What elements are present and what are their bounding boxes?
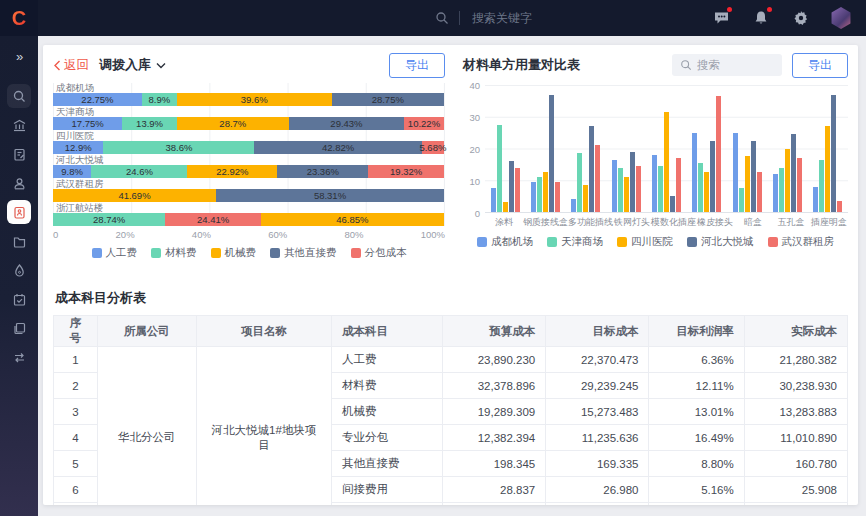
legend-swatch <box>151 248 161 258</box>
cell-budget: 198.345 <box>443 451 546 477</box>
stacked-chart-card: 返回 调拨入库 导出 成都机场22.75%8.9%39.6%28.75%天津商场… <box>53 53 445 277</box>
cell-subject: 其他直接费 <box>331 451 442 477</box>
legend-item[interactable]: 其他直接费 <box>270 246 337 260</box>
sidebar-collapse-button[interactable]: » <box>7 44 31 68</box>
x-category-label: 暗盒 <box>734 216 772 229</box>
settings-button[interactable] <box>790 7 812 29</box>
legend-item[interactable]: 人工费 <box>92 246 138 260</box>
chevron-down-icon <box>156 62 166 69</box>
sidebar-item-schedule[interactable] <box>7 287 31 311</box>
grouped-bar <box>785 149 790 213</box>
grouped-bar <box>531 182 536 212</box>
legend-item[interactable]: 分包成本 <box>351 246 407 260</box>
legend-label: 成都机场 <box>491 235 533 249</box>
sidebar-item-organization[interactable] <box>7 113 31 137</box>
x-category-label: 铁网灯头 <box>613 216 651 229</box>
export-button-left[interactable]: 导出 <box>389 53 445 78</box>
bar-group <box>687 85 727 212</box>
x-tick: 0 <box>53 229 58 240</box>
stacked-bar-row: 四川医院12.9%38.6%42.82%5.68% <box>53 131 444 154</box>
bar-segment: 22.92% <box>187 165 277 178</box>
grouped-bar <box>636 166 641 212</box>
sidebar-item-documents[interactable] <box>7 142 31 166</box>
right-card-header: 材料单方用量对比表 导出 <box>463 53 848 77</box>
grouped-bar <box>509 161 514 212</box>
water-drop-icon <box>12 263 27 278</box>
search-input[interactable] <box>472 11 582 25</box>
notification-dot <box>727 7 732 12</box>
main-area: 返回 调拨入库 导出 成都机场22.75%8.9%39.6%28.75%天津商场… <box>38 36 866 516</box>
x-category-label: 钢质接线盒 <box>523 216 568 229</box>
stacked-bar-rows: 成都机场22.75%8.9%39.6%28.75%天津商场17.75%13.9%… <box>53 83 445 226</box>
sidebar-item-search[interactable] <box>7 84 31 108</box>
export-button-right[interactable]: 导出 <box>792 53 848 78</box>
cell-subject: 材料费 <box>331 373 442 399</box>
cell-budget: 23,890.230 <box>443 347 546 373</box>
legend-swatch <box>92 248 102 258</box>
user-avatar[interactable] <box>830 7 852 29</box>
bar-segment: 10.22% <box>404 117 444 130</box>
grouped-bar <box>571 199 576 212</box>
stacked-bar: 22.75%8.9%39.6%28.75% <box>53 93 444 106</box>
legend-item[interactable]: 四川医院 <box>617 235 673 249</box>
bar-segment: 46.85% <box>261 213 444 226</box>
legend-item[interactable]: 机械费 <box>211 246 257 260</box>
grouped-bar <box>589 126 594 212</box>
bar-category-label: 河北大悦城 <box>53 155 444 165</box>
table-row: 1华北分公司河北大悦城1#地块项目人工费23,890.23022,370.473… <box>54 347 848 373</box>
column-header: 目标利润率 <box>649 316 744 347</box>
bar-category-label: 天津商场 <box>53 107 444 117</box>
cell-target: 29,239.245 <box>546 373 649 399</box>
stacked-bar-row: 浙江航站楼28.74%24.41%46.85% <box>53 203 444 226</box>
grouped-plot <box>485 85 848 213</box>
legend-item[interactable]: 河北大悦城 <box>687 235 754 249</box>
sidebar-item-copies[interactable] <box>7 316 31 340</box>
sidebar-item-users[interactable] <box>7 171 31 195</box>
sidebar-item-transfer[interactable] <box>7 345 31 369</box>
report-type-dropdown[interactable]: 调拨入库 <box>99 56 166 74</box>
legend-item[interactable]: 武汉群租房 <box>768 235 835 249</box>
x-tick: 60% <box>268 229 287 240</box>
legend-item[interactable]: 天津商场 <box>547 235 603 249</box>
sidebar-item-cost-active[interactable] <box>7 200 31 224</box>
bar-category-label: 武汉群租房 <box>53 179 444 189</box>
grouped-bar <box>751 141 756 212</box>
notifications-button[interactable] <box>750 7 772 29</box>
cell-seq: 2 <box>54 373 98 399</box>
legend-swatch <box>687 237 697 247</box>
grouped-chart: 010203040 涂料钢质接线盒多功能插线铁网灯头模数化插座橡皮接头暗盒五孔盒… <box>463 85 848 229</box>
legend-swatch <box>768 237 778 247</box>
cell-seq: 5 <box>54 451 98 477</box>
sidebar-item-files[interactable] <box>7 229 31 253</box>
legend-label: 人工费 <box>106 246 138 260</box>
cell-margin: 8.80% <box>649 451 744 477</box>
sidebar-item-materials[interactable] <box>7 258 31 282</box>
legend-label: 其他直接费 <box>284 246 337 260</box>
chart-search-input[interactable] <box>697 59 767 71</box>
chart-search-box[interactable] <box>672 54 782 76</box>
legend-item[interactable]: 材料费 <box>151 246 197 260</box>
app-logo[interactable]: C <box>0 0 38 36</box>
grouped-bar <box>503 202 508 212</box>
cell-target: 11,235.636 <box>546 425 649 451</box>
grouped-bar <box>658 166 663 212</box>
bar-segment: 5.68% <box>422 141 444 154</box>
global-search[interactable] <box>435 11 582 25</box>
cell-subject: 间接费用 <box>331 477 442 503</box>
message-button[interactable] <box>710 7 732 29</box>
back-button[interactable]: 返回 <box>53 57 89 74</box>
chevron-left-icon <box>53 60 61 71</box>
bar-group <box>646 85 686 212</box>
grouped-bar <box>543 172 548 212</box>
bar-group <box>566 85 606 212</box>
column-header: 项目名称 <box>196 316 331 347</box>
legend-item[interactable]: 成都机场 <box>477 235 533 249</box>
stacked-bar-row: 天津商场17.75%13.9%28.7%29.43%10.22% <box>53 107 444 130</box>
calendar-check-icon <box>12 292 27 307</box>
legend-label: 分包成本 <box>365 246 407 260</box>
grouped-bar <box>698 163 703 212</box>
grouped-bar <box>612 160 617 212</box>
grouped-bar <box>797 158 802 212</box>
grouped-y-axis: 010203040 <box>463 85 485 213</box>
user-icon <box>12 176 27 191</box>
